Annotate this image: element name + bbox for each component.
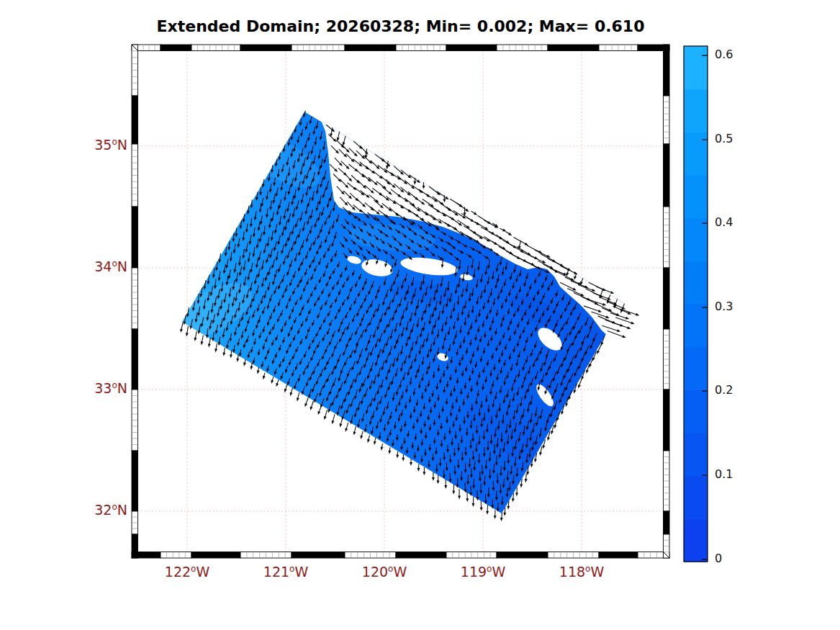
- x-tick-120w: 120oW: [345, 564, 424, 580]
- x-tick-119w: 119oW: [443, 564, 523, 580]
- colorbar-label-06: 0.6: [715, 48, 749, 61]
- y-tick-34n: 34oN: [63, 258, 127, 274]
- colorbar: [684, 46, 708, 562]
- y-tick-33n: 33oN: [63, 380, 127, 396]
- plot-title: Extended Domain; 20260328; Min= 0.002; M…: [132, 17, 669, 35]
- y-tick-32n: 32oN: [63, 502, 127, 518]
- colorbar-label-05: 0.5: [715, 132, 749, 145]
- figure-canvas: Extended Domain; 20260328; Min= 0.002; M…: [0, 0, 840, 630]
- x-tick-122w: 122oW: [148, 564, 227, 580]
- y-tick-35n: 35oN: [63, 137, 127, 153]
- colorbar-label-03: 0.3: [715, 300, 749, 313]
- colorbar-label-00: 0: [715, 552, 749, 565]
- colorbar-label-02: 0.2: [715, 383, 749, 397]
- x-tick-121w: 121oW: [246, 564, 325, 580]
- x-tick-118w: 118oW: [542, 564, 621, 580]
- colorbar-label-04: 0.4: [715, 215, 749, 229]
- plot-svg: [0, 0, 840, 630]
- colorbar-label-01: 0.1: [715, 467, 749, 481]
